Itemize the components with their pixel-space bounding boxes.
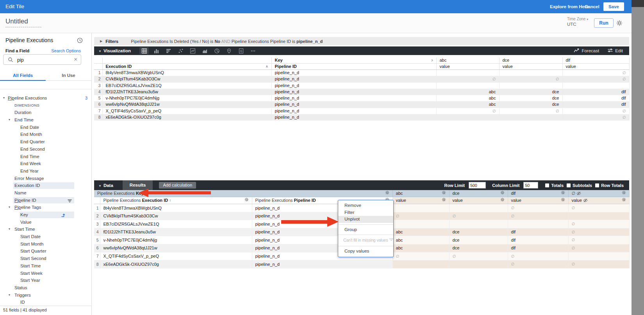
value-cell[interactable]: ∅ xyxy=(436,76,499,82)
checkbox-subtotals[interactable] xyxy=(567,183,571,187)
value-cell[interactable]: abc xyxy=(436,95,499,101)
search-options-link[interactable]: Search Options xyxy=(51,48,81,53)
field-item-end-month[interactable]: End Month xyxy=(0,131,91,138)
table-row[interactable]: 5v-Nheh0pTPC7E0jC4dmNjgpipeline_n_dabcdc… xyxy=(94,95,629,101)
pipeline-id-cell[interactable]: pipeline_n_d xyxy=(252,260,392,269)
timezone-selector[interactable]: Time Zone ▾ UTC xyxy=(567,17,588,27)
value-cell[interactable]: ∅ xyxy=(568,260,629,269)
menu-item-filter[interactable]: Filter xyxy=(338,209,393,216)
viz-type-line-chart-icon[interactable] xyxy=(188,47,197,54)
history-icon[interactable] xyxy=(77,37,83,45)
value-cell[interactable] xyxy=(499,82,562,89)
data-toggle[interactable]: ▼Data xyxy=(98,183,113,188)
value-cell[interactable] xyxy=(508,220,568,228)
value-cell[interactable]: dlf xyxy=(562,95,629,101)
tile-title-input[interactable]: Untitled xyxy=(5,18,41,27)
table-row[interactable]: 2CVkBkIplTfum4SKab3O3Cwpipeline_n_d∅∅∅ xyxy=(94,76,629,82)
execution-id-cell[interactable]: ww6vIpNvQfWdA38qtJJ21w xyxy=(102,101,271,108)
execution-id-cell[interactable]: ww6vIpNvQfWdA38qtJJ21w xyxy=(100,244,252,252)
value-cell[interactable] xyxy=(499,114,562,121)
explore-from-here-link[interactable]: Explore from Here xyxy=(550,4,589,9)
pivot-value-header-abc[interactable]: abc xyxy=(436,57,499,64)
clear-search-icon[interactable]: × xyxy=(74,56,77,62)
field-item-start-date[interactable]: Start Date xyxy=(0,233,91,240)
measure-header-value[interactable]: value xyxy=(508,197,568,204)
value-cell[interactable]: dlf xyxy=(508,228,568,236)
pipeline-id-cell[interactable]: pipeline_n_d xyxy=(271,82,436,89)
value-cell[interactable]: ∅ xyxy=(508,260,568,269)
value-cell[interactable] xyxy=(562,82,629,89)
viz-type-bar-chart-icon[interactable] xyxy=(164,47,173,54)
table-row[interactable]: 8xE6eADGkSk-OXiUOZ97c0gpipeline_n_d∅ xyxy=(94,114,629,121)
field-item-end-second[interactable]: End Second xyxy=(0,146,91,153)
value-cell[interactable]: abc xyxy=(392,228,449,236)
field-search-input[interactable] xyxy=(16,55,73,65)
pipeline-id-cell[interactable]: pipeline_n_d xyxy=(271,108,436,114)
viz-type-single-value-icon[interactable]: 6 xyxy=(236,47,246,54)
column-header-pipeline-id[interactable]: Pipeline ID xyxy=(271,64,436,70)
field-item-start-month[interactable]: Start Month xyxy=(0,240,91,248)
execution-id-cell[interactable]: v-Nheh0pTPC7E0jC4dmNjg xyxy=(100,236,252,244)
field-item-pipeline-executions[interactable]: ▾Pipeline Executions3 xyxy=(0,94,91,102)
execution-id-cell[interactable]: xE6eADGkSk-OXiUOZ97c0g xyxy=(102,114,271,121)
value-cell[interactable]: ∅ xyxy=(562,70,629,76)
pipeline-id-cell[interactable]: pipeline_n_d xyxy=(271,114,436,121)
field-item-end-date[interactable]: End Date xyxy=(0,124,91,131)
collapse-arrow-icon[interactable]: ▾ xyxy=(3,94,5,102)
execution-id-cell[interactable]: EB7ciDIZR5GALsJVxwZE1Q xyxy=(102,82,271,89)
forecast-button[interactable]: Forecast xyxy=(574,48,599,53)
filter-icon[interactable] xyxy=(68,198,72,205)
value-cell[interactable]: ∅ xyxy=(568,236,629,244)
value-cell[interactable]: ∅ xyxy=(499,76,562,82)
value-cell[interactable] xyxy=(449,260,508,269)
gear-icon[interactable] xyxy=(442,197,446,204)
checkbox-row-totals[interactable] xyxy=(595,183,599,187)
field-item-status[interactable]: Status xyxy=(0,284,91,292)
value-cell[interactable]: ∅ xyxy=(568,244,629,252)
menu-item-copy-values[interactable]: Copy values xyxy=(338,248,393,255)
gear-icon[interactable] xyxy=(561,190,565,197)
value-cell[interactable]: ∅ xyxy=(392,252,449,260)
settings-gear-icon[interactable] xyxy=(616,20,623,28)
value-cell[interactable]: ∅ xyxy=(562,76,629,82)
gear-icon[interactable] xyxy=(622,197,626,204)
table-row[interactable]: 3EB7ciDIZR5GALsJVxwZE1Qpipeline_n_d xyxy=(94,82,629,89)
value-cell[interactable] xyxy=(392,260,449,269)
value-cell[interactable]: ∅ xyxy=(392,212,449,220)
field-item-end-time[interactable]: ▾End Time xyxy=(0,116,91,124)
pivot-column-header-abc[interactable]: abc xyxy=(392,190,449,197)
field-item-duration[interactable]: Duration xyxy=(0,109,91,116)
tab-all-fields[interactable]: All Fields xyxy=(0,70,46,81)
checkbox-totals[interactable] xyxy=(545,183,549,187)
field-item-start-second[interactable]: Start Second xyxy=(0,255,91,262)
value-cell[interactable]: dce xyxy=(499,101,562,108)
field-item-pipeline-id[interactable]: Pipeline ID xyxy=(0,197,91,204)
pivot-value-header-dlf[interactable]: dlf xyxy=(562,57,629,64)
execution-id-cell[interactable]: CVkBkIplTfum4SKab3O3Cw xyxy=(102,76,271,82)
execution-id-cell[interactable]: 8t4yVen8T3mwaXBWgbUSnQ xyxy=(102,70,271,76)
value-cell[interactable]: dce xyxy=(499,89,562,95)
value-cell[interactable]: dlf xyxy=(508,244,568,252)
value-cell[interactable] xyxy=(568,252,629,260)
value-cell[interactable]: dlf xyxy=(508,236,568,244)
field-item-end-year[interactable]: End Year xyxy=(0,167,91,175)
viz-type-scatter-chart-icon[interactable] xyxy=(176,47,185,54)
field-item-triggers[interactable]: ▾Triggers xyxy=(0,292,91,299)
field-item-start-quarter[interactable]: Start Quarter xyxy=(0,247,91,255)
field-item-key[interactable]: Key xyxy=(0,211,91,219)
value-cell[interactable] xyxy=(436,82,499,89)
table-row[interactable]: 7X_QTIF4dSyCsSaxV_p_peQpipeline_n_d∅∅∅ xyxy=(94,108,629,114)
row-limit-input[interactable] xyxy=(469,182,486,189)
gear-icon[interactable] xyxy=(442,190,446,197)
value-cell[interactable]: dlf xyxy=(562,101,629,108)
pivot-value-header-dce[interactable]: dce xyxy=(499,57,562,64)
collapse-arrow-icon[interactable]: ▾ xyxy=(9,204,10,211)
table-row[interactable]: 4fD1I2J2hTTKE3Jeanu3u5wpipeline_n_dabcdc… xyxy=(94,89,629,95)
cancel-button[interactable]: Cancel xyxy=(585,4,599,9)
value-cell[interactable]: abc xyxy=(436,89,499,95)
pivot-expand-chevron-icon[interactable]: › xyxy=(431,57,433,63)
pivot-field-header[interactable]: Key› xyxy=(271,57,436,64)
execution-id-cell[interactable]: CVkBkIplTfum4SKab3O3Cw xyxy=(100,212,252,220)
collapse-arrow-icon[interactable]: ▾ xyxy=(9,226,10,233)
measure-header-value[interactable]: value xyxy=(568,197,629,204)
